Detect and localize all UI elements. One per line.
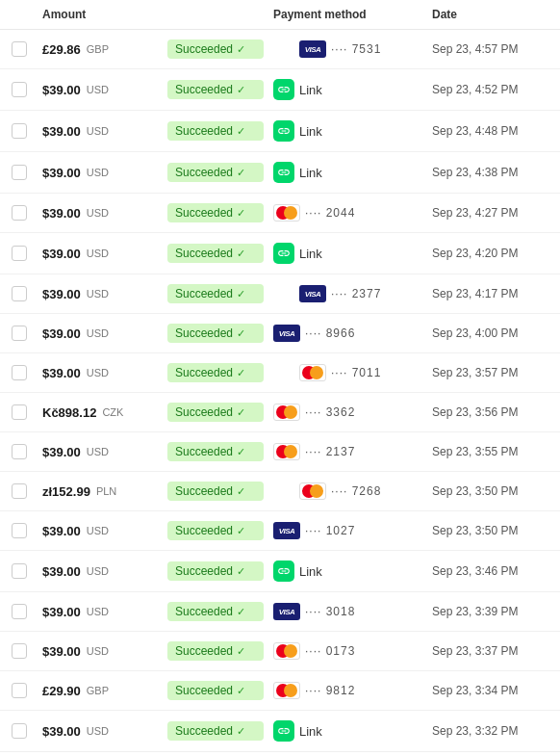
status-checkmark: ✓ bbox=[237, 125, 245, 138]
mastercard-icon bbox=[273, 443, 300, 460]
row-checkbox[interactable] bbox=[12, 82, 27, 97]
status-badge: Succeeded ✓ bbox=[167, 482, 264, 501]
currency-badge: PLN bbox=[96, 485, 116, 497]
row-checkbox[interactable] bbox=[12, 523, 27, 538]
table-row[interactable]: zł152.99PLNSucceeded ✓···· 7268Sep 23, 3… bbox=[0, 472, 560, 511]
apple-pay-icon bbox=[273, 40, 294, 58]
currency-badge: USD bbox=[87, 167, 109, 178]
status-checkmark: ✓ bbox=[237, 565, 245, 578]
table-row[interactable]: $39.00USDSucceeded ✓LinkSep 23, 4:52 PM bbox=[0, 69, 560, 111]
table-row[interactable]: $39.00USDSucceeded ✓LinkSep 23, 4:48 PM bbox=[0, 111, 560, 152]
table-row[interactable]: $39.00USDSucceeded ✓LinkSep 23, 3:46 PM bbox=[0, 551, 560, 592]
status-checkmark: ✓ bbox=[237, 685, 245, 697]
row-checkbox[interactable] bbox=[12, 563, 27, 579]
currency-badge: USD bbox=[87, 248, 109, 259]
link-icon bbox=[273, 720, 294, 742]
table-row[interactable]: $39.00USDSucceeded ✓···· 7011Sep 23, 3:5… bbox=[0, 353, 560, 393]
date-cell: Sep 23, 4:00 PM bbox=[432, 326, 548, 340]
card-dots: ···· 7268 bbox=[331, 484, 381, 498]
table-row[interactable]: $39.00USDSucceeded ✓LinkSep 23, 4:38 PM bbox=[0, 152, 560, 194]
table-row[interactable]: $39.00USDSucceeded ✓VISA···· 8966Sep 23,… bbox=[0, 314, 560, 353]
table-row[interactable]: £29.90GBPSucceeded ✓···· 9812Sep 23, 3:3… bbox=[0, 671, 560, 711]
header-date: Date bbox=[432, 8, 548, 21]
status-badge: Succeeded ✓ bbox=[167, 324, 264, 343]
payment-cell: ···· 0173 bbox=[273, 642, 432, 660]
table-header: Amount Payment method Date bbox=[0, 0, 560, 30]
payment-cell: ···· 2137 bbox=[273, 443, 432, 460]
status-checkmark: ✓ bbox=[237, 248, 245, 260]
payment-cell: Link bbox=[273, 120, 432, 142]
apple-pay-icon bbox=[273, 482, 294, 500]
payment-cell: ···· 7268 bbox=[273, 482, 432, 500]
amount-cell: $39.00USD bbox=[42, 445, 167, 459]
card-dots: ···· 2044 bbox=[305, 206, 355, 220]
payment-name: Link bbox=[299, 166, 322, 180]
visa-icon: VISA bbox=[273, 522, 300, 539]
table-row[interactable]: $39.00USDSucceeded ✓VISA···· 3018Sep 23,… bbox=[0, 592, 560, 632]
row-checkbox[interactable] bbox=[12, 683, 27, 698]
status-badge: Succeeded ✓ bbox=[167, 39, 264, 59]
status-badge: Succeeded ✓ bbox=[167, 681, 264, 700]
row-checkbox[interactable] bbox=[12, 326, 27, 341]
row-checkbox[interactable] bbox=[12, 246, 27, 261]
row-checkbox[interactable] bbox=[12, 404, 27, 420]
payment-name: Link bbox=[299, 724, 322, 739]
currency-badge: USD bbox=[87, 288, 109, 300]
row-checkbox[interactable] bbox=[12, 643, 27, 659]
table-row[interactable]: $39.00USDSucceeded ✓VISA···· 1027Sep 23,… bbox=[0, 511, 560, 551]
table-row[interactable]: $39.00USDSucceeded ✓VISA···· 2377Sep 23,… bbox=[0, 274, 560, 314]
table-row[interactable]: $39.00USDSucceeded ✓LinkSep 23, 4:20 PM bbox=[0, 233, 560, 274]
row-checkbox[interactable] bbox=[12, 165, 27, 180]
currency-badge: USD bbox=[87, 125, 109, 137]
currency-badge: USD bbox=[87, 725, 109, 737]
status-badge: Succeeded ✓ bbox=[167, 80, 264, 99]
status-text: Succeeded bbox=[175, 124, 233, 138]
status-badge: Succeeded ✓ bbox=[167, 244, 264, 263]
currency-badge: GBP bbox=[87, 685, 109, 696]
table-row[interactable]: $39.00USDSucceeded ✓···· 0173Sep 23, 3:3… bbox=[0, 632, 560, 671]
payment-name: Link bbox=[299, 124, 322, 139]
status-badge: Succeeded ✓ bbox=[167, 442, 264, 461]
payment-cell: VISA···· 8966 bbox=[273, 325, 432, 342]
card-dots: ···· 9812 bbox=[305, 684, 355, 697]
card-dots: ···· 3362 bbox=[305, 405, 355, 419]
amount-cell: $39.00USD bbox=[42, 644, 167, 659]
row-checkbox[interactable] bbox=[12, 365, 27, 380]
row-checkbox[interactable] bbox=[12, 483, 27, 499]
status-badge: Succeeded ✓ bbox=[167, 163, 264, 182]
row-checkbox[interactable] bbox=[12, 286, 27, 301]
mastercard-icon bbox=[273, 642, 300, 660]
row-checkbox[interactable] bbox=[12, 444, 27, 459]
table-row[interactable]: $39.00USDSucceeded ✓···· 1809Sep 23, 3:2… bbox=[0, 752, 560, 756]
row-checkbox[interactable] bbox=[12, 123, 27, 139]
status-text: Succeeded bbox=[175, 524, 233, 537]
rows-container: £29.86GBPSucceeded ✓VISA···· 7531Sep 23,… bbox=[0, 30, 560, 756]
payment-cell: VISA···· 7531 bbox=[273, 40, 432, 58]
payment-cell: VISA···· 2377 bbox=[273, 285, 432, 302]
status-text: Succeeded bbox=[175, 644, 233, 658]
link-icon bbox=[273, 120, 294, 142]
amount-cell: £29.90GBP bbox=[42, 684, 167, 698]
status-checkmark: ✓ bbox=[237, 485, 245, 498]
date-cell: Sep 23, 4:27 PM bbox=[432, 206, 548, 220]
amount-cell: $39.00USD bbox=[42, 247, 167, 261]
amount-value: $39.00 bbox=[42, 366, 81, 380]
row-checkbox[interactable] bbox=[12, 604, 27, 619]
table-row[interactable]: Kč898.12CZKSucceeded ✓···· 3362Sep 23, 3… bbox=[0, 393, 560, 432]
table-row[interactable]: $39.00USDSucceeded ✓···· 2137Sep 23, 3:5… bbox=[0, 432, 560, 472]
table-row[interactable]: £29.86GBPSucceeded ✓VISA···· 7531Sep 23,… bbox=[0, 30, 560, 69]
row-checkbox[interactable] bbox=[12, 723, 27, 739]
date-cell: Sep 23, 4:52 PM bbox=[432, 83, 548, 96]
card-dots: ···· 2377 bbox=[331, 287, 381, 300]
status-checkmark: ✓ bbox=[237, 367, 245, 379]
mastercard-icon bbox=[273, 404, 300, 421]
table-row[interactable]: $39.00USDSucceeded ✓LinkSep 23, 3:32 PM bbox=[0, 711, 560, 752]
row-checkbox[interactable] bbox=[12, 205, 27, 221]
mastercard-icon bbox=[299, 364, 326, 381]
row-checkbox[interactable] bbox=[12, 41, 27, 57]
payment-name: Link bbox=[299, 564, 322, 579]
status-text: Succeeded bbox=[175, 83, 233, 96]
table-row[interactable]: $39.00USDSucceeded ✓···· 2044Sep 23, 4:2… bbox=[0, 194, 560, 233]
amount-cell: $39.00USD bbox=[42, 524, 167, 538]
status-checkmark: ✓ bbox=[237, 446, 245, 458]
